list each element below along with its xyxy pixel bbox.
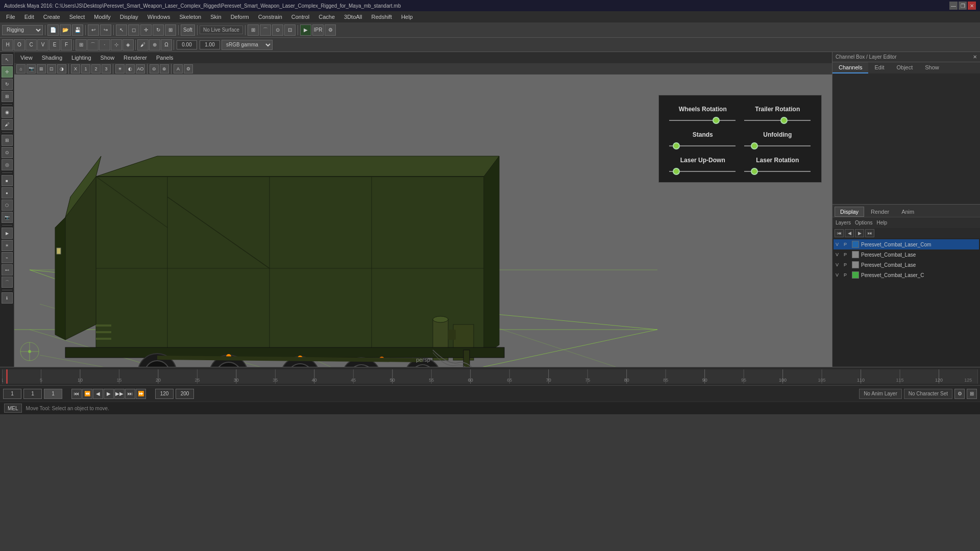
cam-y-input[interactable] (200, 40, 220, 49)
vp-obj-mode-button[interactable]: ⊕ (160, 64, 169, 73)
snap-to-surface-button[interactable]: ◈ (122, 39, 134, 51)
vp-menu-show[interactable]: Show (96, 54, 119, 62)
undo-button[interactable]: ↩ (88, 24, 99, 36)
vp-res-1-button[interactable]: 1 (81, 64, 90, 73)
pb-step-back[interactable]: ⏪ (82, 389, 92, 399)
curve-left[interactable]: ⌒ (2, 277, 13, 288)
vp-res-3-button[interactable]: 3 (102, 64, 111, 73)
vp-shadow-button[interactable]: ◐ (126, 64, 135, 73)
anim-settings-button[interactable]: ⚙ (954, 389, 965, 399)
scale-tool-left[interactable]: ⊞ (2, 91, 13, 102)
frame-box[interactable]: 1 (44, 389, 62, 399)
deform-left[interactable]: ⌁ (2, 252, 13, 263)
layer-item-0[interactable]: V P Peresvet_Combat_Laser_Com (834, 239, 979, 249)
snap-to-grid-button[interactable]: ⊞ (76, 39, 87, 51)
vp-x-ray-button[interactable]: X (71, 64, 80, 73)
frame-start-input[interactable] (23, 389, 42, 399)
layer-prev-prev[interactable]: ⏮ (835, 229, 844, 237)
pb-jump-start[interactable]: ⏮ (71, 389, 82, 399)
tab-display[interactable]: Display (835, 207, 864, 217)
tab-anim-layers[interactable]: Anim (896, 207, 920, 217)
light-left[interactable]: ☀ (2, 240, 13, 251)
ctrl-stands-thumb[interactable] (673, 142, 680, 149)
vp-wire-button[interactable]: ⊡ (47, 64, 56, 73)
menu-constrain[interactable]: Constrain (254, 13, 286, 21)
sphere-left[interactable]: ● (2, 187, 13, 198)
tab-show[interactable]: Show (919, 62, 945, 73)
layers-option[interactable]: Layers (836, 220, 851, 226)
redo-button[interactable]: ↪ (100, 24, 111, 36)
layer-v-0[interactable]: V (836, 242, 842, 247)
viewport-canvas[interactable]: Wheels Rotation Trailer Rotation Stands (14, 74, 832, 367)
menu-skin[interactable]: Skin (206, 13, 225, 21)
rotate-tool-left[interactable]: ↻ (2, 79, 13, 90)
layer-v-1[interactable]: V (836, 252, 842, 257)
right-panel-close[interactable]: ✕ (973, 54, 977, 60)
snap-grid-button[interactable]: ⊞ (248, 24, 259, 36)
layer-p-1[interactable]: P (844, 252, 850, 257)
close-button[interactable]: ✕ (968, 2, 976, 10)
snap-point-button[interactable]: ⊙ (272, 24, 283, 36)
vp-shade-button[interactable]: ◑ (57, 64, 66, 73)
scale-tool-button[interactable]: ⊞ (165, 24, 176, 36)
menu-select[interactable]: Select (65, 13, 89, 21)
ctrl-unfolding-track[interactable] (744, 145, 811, 146)
pb-next-frame[interactable]: ▶▶ (114, 389, 125, 399)
menu-create[interactable]: Create (39, 13, 64, 21)
mask-face-button[interactable]: F (61, 39, 72, 51)
layer-item-2[interactable]: V P Peresvet_Combat_Lase (834, 260, 979, 270)
layer-p-3[interactable]: P (844, 272, 850, 278)
menu-help[interactable]: Help (397, 13, 417, 21)
move-tool-left[interactable]: ✛ (2, 66, 13, 78)
minimize-button[interactable]: — (949, 2, 958, 10)
pb-jump-end[interactable]: ⏭ (125, 389, 135, 399)
color-space-select[interactable]: sRGB gamma (222, 40, 273, 50)
vp-isolate-button[interactable]: ⊖ (150, 64, 159, 73)
ctrl-laser-rotation-thumb[interactable] (751, 168, 758, 175)
vp-res-2-button[interactable]: 2 (91, 64, 101, 73)
mask-edge-button[interactable]: E (49, 39, 60, 51)
select-tool-left[interactable]: ↖ (2, 54, 13, 65)
options-option[interactable]: Options (855, 220, 872, 226)
vp-home-button[interactable]: ⌂ (16, 64, 26, 73)
snap-to-point-button[interactable]: · (99, 39, 110, 51)
menu-skeleton[interactable]: Skeleton (175, 13, 205, 21)
select-by-hier-button[interactable]: H (2, 39, 13, 51)
layer-next[interactable]: ▶ (855, 229, 864, 237)
new-scene-button[interactable]: 📄 (47, 24, 59, 36)
snap-curve-button[interactable]: ⌒ (260, 24, 271, 36)
layer-item-1[interactable]: V P Peresvet_Combat_Lase (834, 249, 979, 260)
menu-deform[interactable]: Deform (227, 13, 253, 21)
soft-mod-left[interactable]: ◉ (2, 107, 13, 118)
snap-to-view-button[interactable]: ⊹ (111, 39, 122, 51)
snap-to-curve-button[interactable]: ⌒ (87, 39, 99, 51)
select-by-obj-button[interactable]: O (14, 39, 25, 51)
ipr-button[interactable]: IPR (312, 24, 324, 36)
lasso-tool-button[interactable]: ◻ (128, 24, 139, 36)
mel-mode-label[interactable]: MEL (4, 404, 22, 413)
ctrl-laser-updown-thumb[interactable] (673, 168, 680, 175)
paint-effects-button[interactable]: 🖌 (137, 39, 149, 51)
vp-menu-shading[interactable]: Shading (38, 54, 66, 62)
frame-current-input[interactable] (3, 389, 21, 399)
snap-mode-left[interactable]: ⊙ (2, 147, 13, 158)
ctrl-wheels-rotation-thumb[interactable] (713, 117, 720, 124)
ctrl-trailer-rotation-thumb[interactable] (780, 117, 788, 124)
ctrl-laser-updown-track[interactable] (669, 171, 736, 172)
cam-x-input[interactable] (177, 40, 197, 49)
menu-file[interactable]: File (2, 13, 19, 21)
anim-end-input[interactable] (176, 389, 194, 399)
restore-button[interactable]: ❐ (959, 2, 967, 10)
select-by-comp-button[interactable]: C (26, 39, 37, 51)
menu-redshift[interactable]: Redshift (368, 13, 396, 21)
menu-3dtoall[interactable]: 3DtoAll (340, 13, 366, 21)
render-button[interactable]: ▶ (300, 24, 311, 36)
vp-anim-button[interactable]: A (174, 64, 183, 73)
layer-prev[interactable]: ◀ (845, 229, 854, 237)
ctrl-laser-rotation-track[interactable] (744, 171, 811, 172)
menu-edit[interactable]: Edit (20, 13, 38, 21)
wire-left[interactable]: ⬡ (2, 199, 13, 211)
vp-menu-renderer[interactable]: Renderer (119, 54, 151, 62)
layer-p-0[interactable]: P (844, 242, 850, 247)
info-left[interactable]: ℹ (2, 292, 13, 304)
